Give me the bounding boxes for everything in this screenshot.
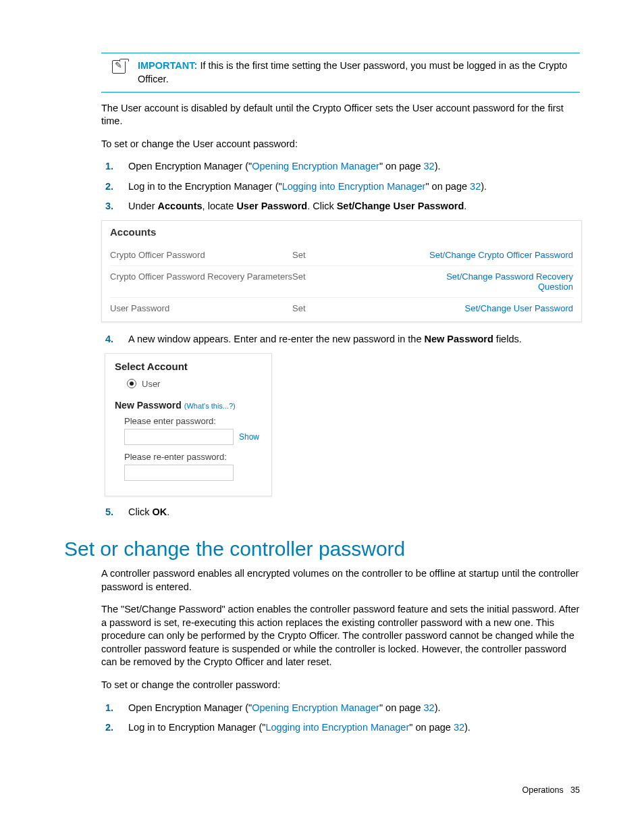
step-1: Open Encryption Manager ("Opening Encryp…	[128, 160, 580, 174]
radio-icon	[127, 379, 136, 388]
page-ref[interactable]: 32	[454, 722, 464, 733]
radio-label: User	[142, 379, 160, 389]
radio-user[interactable]: User	[115, 377, 262, 397]
section-heading: Set or change the controller password	[64, 538, 580, 561]
password-confirm-input[interactable]	[124, 465, 234, 481]
account-name: Crypto Officer Password Recovery Paramet…	[110, 271, 292, 282]
enter-password-label: Please enter password:	[115, 416, 262, 426]
important-callout: IMPORTANT: If this is the first time set…	[101, 53, 580, 93]
table-row: Crypto Officer Password Set Set/Change C…	[110, 244, 573, 266]
intro-paragraph-1: The User account is disabled by default …	[101, 102, 580, 128]
page-ref[interactable]: 32	[424, 161, 435, 172]
steps-list-a-cont: A new window appears. Enter and re-enter…	[101, 333, 580, 346]
ctrl-paragraph-3: To set or change the controller password…	[101, 679, 580, 692]
page-ref[interactable]: 32	[424, 702, 435, 713]
step-b1: Open Encryption Manager ("Opening Encryp…	[128, 702, 580, 715]
account-action-link[interactable]: Set/Change User Password	[414, 303, 573, 313]
steps-list-b: Open Encryption Manager ("Opening Encryp…	[101, 702, 580, 735]
steps-list-a-cont2: Click OK.	[101, 506, 580, 519]
show-link[interactable]: Show	[239, 432, 259, 442]
link-logging-in[interactable]: Logging into Encryption Manager	[265, 722, 409, 733]
note-icon	[112, 60, 126, 74]
whats-this-link[interactable]: (What's this...?)	[184, 402, 236, 410]
ctrl-paragraph-2: The "Set/Change Password" action enables…	[101, 603, 580, 669]
footer-page: 35	[570, 785, 580, 795]
table-row: Crypto Officer Password Recovery Paramet…	[110, 266, 573, 298]
page-footer: Operations 35	[522, 785, 580, 795]
account-status: Set	[292, 303, 414, 313]
ctrl-paragraph-1: A controller password enables all encryp…	[101, 567, 580, 594]
footer-label: Operations	[522, 785, 564, 795]
account-status: Set	[292, 250, 414, 260]
step-4: A new window appears. Enter and re-enter…	[128, 333, 580, 346]
accounts-screenshot: Accounts Crypto Officer Password Set Set…	[101, 220, 582, 322]
important-label: IMPORTANT:	[138, 60, 197, 71]
account-action-link[interactable]: Set/Change Password Recovery Question	[414, 271, 573, 292]
accounts-heading: Accounts	[110, 226, 573, 238]
reenter-password-label: Please re-enter password:	[115, 452, 262, 462]
page-ref[interactable]: 32	[470, 181, 481, 192]
account-name: User Password	[110, 303, 292, 313]
intro-paragraph-2: To set or change the User account passwo…	[101, 138, 580, 151]
step-b2: Log in to Encryption Manager ("Logging i…	[128, 721, 580, 735]
account-name: Crypto Officer Password	[110, 250, 292, 260]
steps-list-a: Open Encryption Manager ("Opening Encryp…	[101, 160, 580, 213]
link-opening-manager[interactable]: Opening Encryption Manager	[252, 702, 379, 713]
link-opening-manager[interactable]: Opening Encryption Manager	[252, 161, 379, 172]
link-logging-in[interactable]: Logging into Encryption Manager	[282, 181, 426, 192]
select-account-screenshot: Select Account User New Password (What's…	[105, 353, 272, 496]
step-5: Click OK.	[128, 506, 580, 519]
important-text: If this is the first time setting the Us…	[138, 60, 567, 84]
select-account-heading: Select Account	[115, 361, 262, 372]
step-3: Under Accounts, locate User Password. Cl…	[128, 200, 580, 213]
password-input[interactable]	[124, 429, 234, 445]
step-2: Log in to the Encryption Manager ("Loggi…	[128, 180, 580, 194]
table-row: User Password Set Set/Change User Passwo…	[110, 298, 573, 319]
new-password-heading: New Password	[115, 400, 182, 411]
account-action-link[interactable]: Set/Change Crypto Officer Password	[414, 250, 573, 260]
account-status: Set	[292, 271, 414, 282]
